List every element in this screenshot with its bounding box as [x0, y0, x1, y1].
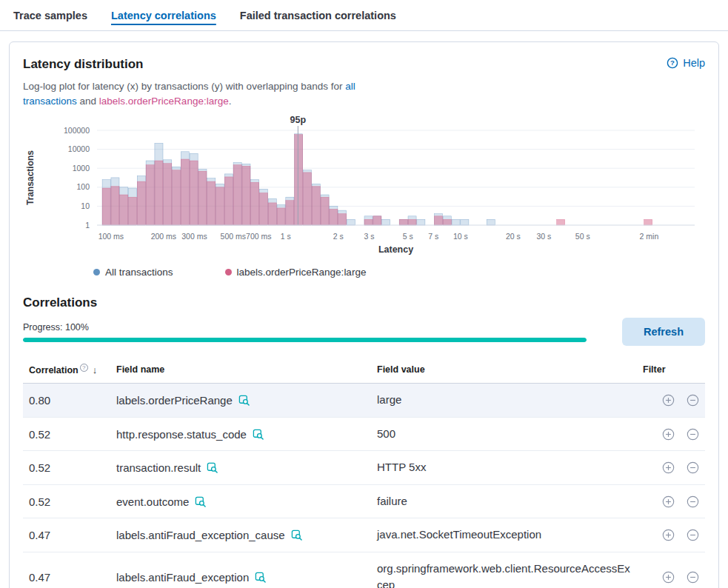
table-row: 0.47 labels.antiFraud_exception org.spri… [23, 552, 705, 588]
plus-circle-icon [662, 428, 675, 441]
filter-include-button[interactable] [662, 495, 675, 508]
table-row: 0.47 labels.antiFraud_exception_cause ja… [23, 518, 705, 552]
chart-legend: All transactions labels.orderPriceRange:… [93, 267, 705, 278]
inspect-icon [238, 395, 250, 406]
order-price-range-link[interactable]: labels.orderPriceRange:large [99, 96, 229, 107]
header-correlation[interactable]: Correlation?↓ [23, 358, 110, 384]
svg-text:10: 10 [81, 201, 90, 210]
correlation-value: 0.47 [23, 552, 110, 588]
svg-text:700 ms: 700 ms [246, 232, 271, 241]
inspect-field-button[interactable] [291, 529, 302, 541]
field-value: HTTP 5xx [371, 451, 637, 485]
subtitle-suffix: . [229, 96, 232, 107]
svg-text:30 s: 30 s [536, 232, 551, 241]
correlation-value: 0.52 [23, 484, 110, 518]
minus-circle-icon [687, 428, 699, 441]
header-filter: Filter [637, 358, 705, 384]
svg-text:1: 1 [85, 221, 90, 230]
svg-text:100000: 100000 [64, 126, 90, 135]
header-correlation-label: Correlation [29, 365, 79, 375]
table-row: 0.52 http.response.status_code 500 [23, 417, 705, 451]
refresh-button[interactable]: Refresh [622, 318, 705, 346]
svg-text:?: ? [670, 59, 675, 67]
latency-distribution-chart: 11010010001000010000095p100 ms200 ms300 … [23, 116, 705, 255]
plus-circle-icon [662, 571, 675, 584]
legend-dot-pink [225, 269, 232, 275]
svg-text:300 ms: 300 ms [181, 232, 207, 241]
progress-label: Progress: 100% [23, 322, 604, 333]
correlation-value: 0.80 [23, 384, 110, 418]
svg-text:10000: 10000 [68, 144, 90, 153]
filter-exclude-button[interactable] [687, 428, 699, 441]
field-name-value: labels.antiFraud_exception [116, 571, 249, 584]
svg-text:100 ms: 100 ms [98, 232, 124, 241]
filter-include-button[interactable] [662, 461, 675, 474]
field-name-value: labels.antiFraud_exception_cause [116, 529, 285, 541]
svg-text:3 s: 3 s [364, 232, 374, 241]
minus-circle-icon [687, 461, 699, 474]
filter-exclude-button[interactable] [687, 495, 699, 508]
legend-order-price-range[interactable]: labels.orderPriceRange:large [225, 267, 367, 278]
plus-circle-icon [662, 495, 675, 508]
table-row: 0.52 event.outcome failure [23, 484, 705, 518]
svg-text:1 s: 1 s [281, 232, 291, 241]
filter-exclude-button[interactable] [687, 461, 699, 474]
inspect-field-button[interactable] [238, 395, 250, 406]
tab-failed-transaction-correlations[interactable]: Failed transaction correlations [238, 0, 398, 30]
legend-all-transactions[interactable]: All transactions [93, 267, 173, 278]
svg-text:2 s: 2 s [333, 232, 344, 241]
legend-dot-blue [93, 269, 100, 275]
tab-bar: Trace samples Latency correlations Faile… [0, 0, 728, 31]
svg-text:7 s: 7 s [428, 232, 438, 241]
progress-bar [23, 338, 587, 342]
tab-latency-correlations[interactable]: Latency correlations [110, 0, 218, 30]
help-link[interactable]: ? Help [667, 57, 705, 69]
inspect-icon [207, 462, 218, 473]
help-label: Help [683, 57, 705, 69]
svg-text:2 min: 2 min [640, 232, 659, 241]
legend-label: labels.orderPriceRange:large [237, 267, 367, 278]
help-icon: ? [667, 57, 678, 69]
plus-circle-icon [662, 529, 675, 541]
table-row: 0.52 transaction.result HTTP 5xx [23, 451, 705, 485]
svg-text:500 ms: 500 ms [221, 232, 246, 241]
field-value: failure [371, 484, 637, 518]
inspect-icon [253, 429, 264, 440]
correlations-title: Correlations [23, 295, 705, 310]
field-value: org.springframework.web.client.ResourceA… [371, 552, 637, 588]
sort-desc-icon[interactable]: ↓ [93, 364, 98, 375]
svg-text:200 ms: 200 ms [151, 232, 176, 241]
inspect-field-button[interactable] [253, 429, 264, 440]
inspect-icon [291, 529, 302, 541]
minus-circle-icon [687, 394, 699, 407]
svg-text:10 s: 10 s [453, 232, 468, 241]
field-name-value: event.outcome [116, 495, 189, 508]
plus-circle-icon [662, 461, 675, 474]
correlation-value: 0.47 [23, 518, 110, 552]
field-name-value: transaction.result [116, 461, 201, 474]
progress-fill [23, 338, 587, 342]
inspect-field-button[interactable] [255, 572, 266, 583]
correlation-value: 0.52 [23, 451, 110, 485]
filter-exclude-button[interactable] [687, 529, 699, 541]
info-icon: ? [80, 364, 88, 372]
filter-include-button[interactable] [662, 394, 675, 407]
filter-exclude-button[interactable] [687, 394, 699, 407]
tab-trace-samples[interactable]: Trace samples [12, 0, 89, 30]
inspect-field-button[interactable] [195, 496, 206, 507]
svg-text:5 s: 5 s [403, 232, 413, 241]
subtitle-connector: and [77, 96, 99, 107]
inspect-field-button[interactable] [207, 462, 218, 473]
chart-description: Log-log plot for latency (x) by transact… [23, 79, 397, 108]
field-value: java.net.SocketTimeoutException [371, 518, 637, 552]
filter-include-button[interactable] [662, 571, 675, 584]
plus-circle-icon [662, 394, 675, 407]
minus-circle-icon [687, 571, 699, 584]
latency-correlations-panel: Latency distribution ? Help Log-log plot… [9, 41, 719, 588]
svg-text:1000: 1000 [73, 164, 90, 173]
field-name-value: labels.orderPriceRange [116, 394, 233, 407]
filter-include-button[interactable] [662, 428, 675, 441]
correlation-value: 0.52 [23, 417, 110, 451]
filter-exclude-button[interactable] [687, 571, 699, 584]
filter-include-button[interactable] [662, 529, 675, 541]
